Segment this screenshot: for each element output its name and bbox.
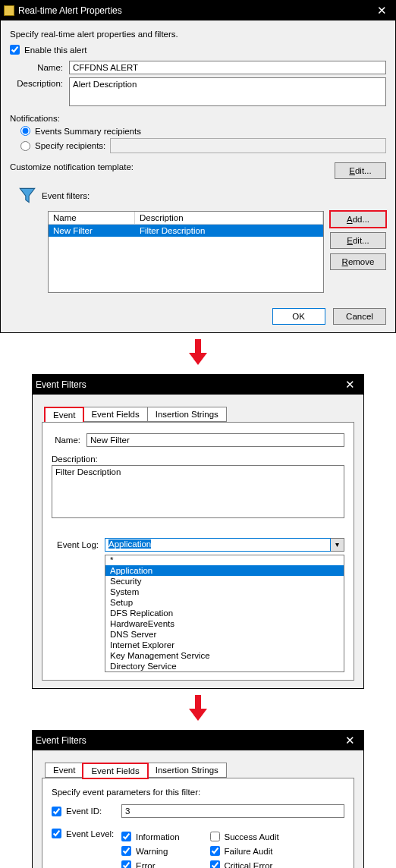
log-opt[interactable]: DFS Replication <box>105 608 344 618</box>
event-filters-dialog-1: Event Filters ✕ Event Event Fields Inser… <box>32 374 364 689</box>
log-opt[interactable]: HardwareEvents <box>105 618 344 629</box>
ok-button[interactable]: OK <box>272 308 325 325</box>
arrow-icon <box>0 338 396 370</box>
event-id-input[interactable] <box>121 804 344 818</box>
level-checkbox[interactable] <box>121 846 131 856</box>
log-opt[interactable]: Application <box>105 565 344 576</box>
cancel-button[interactable]: Cancel <box>333 308 386 325</box>
event-level-label: Event Level: <box>66 829 114 838</box>
radio-summary[interactable] <box>20 126 30 136</box>
level-checkbox[interactable] <box>210 832 220 841</box>
close-icon[interactable]: ✕ <box>339 378 360 392</box>
log-opt[interactable]: Setup <box>105 597 344 608</box>
event-id-checkbox[interactable] <box>52 807 61 816</box>
log-opt[interactable]: Directory Service <box>105 661 344 671</box>
row-desc: Filter Description <box>135 225 323 237</box>
prompt-text: Specify event parameters for this filter… <box>52 788 344 797</box>
level-label: Success Audit <box>225 832 279 841</box>
titlebar: Real-time Alert Properties ✕ <box>1 1 395 20</box>
chevron-down-icon[interactable]: ▾ <box>331 538 344 552</box>
level-label: Critical Error <box>225 861 273 869</box>
event-filters-label: Event filters: <box>42 191 90 200</box>
log-opt[interactable]: Internet Explorer <box>105 640 344 650</box>
log-opt[interactable]: Security <box>105 576 344 587</box>
close-icon[interactable]: ✕ <box>371 4 392 17</box>
titlebar: Event Filters ✕ <box>33 731 363 750</box>
name-label: Name: <box>10 63 69 72</box>
level-checkbox[interactable] <box>210 846 220 856</box>
enable-alert-label: Enable this alert <box>24 46 86 55</box>
tabs: Event Event Fields Insertion Strings <box>45 407 354 422</box>
radio-specify[interactable] <box>20 141 30 151</box>
arrow-icon <box>0 693 396 725</box>
alert-properties-dialog: Real-time Alert Properties ✕ Specify rea… <box>0 0 396 333</box>
level-label: Information <box>136 832 180 841</box>
filters-table[interactable]: Name Description New Filter Filter Descr… <box>48 211 324 293</box>
filter-description-input[interactable]: Filter Description <box>52 465 344 518</box>
edit-template-button[interactable]: Edit... <box>335 162 386 179</box>
remove-filter-button[interactable]: Remove <box>330 253 386 270</box>
recipients-input[interactable] <box>110 138 386 153</box>
dialog-title: Event Filters <box>36 379 339 390</box>
level-checkbox[interactable] <box>121 832 131 841</box>
name-label: Name: <box>52 436 86 445</box>
tab-event[interactable]: Event <box>45 407 83 423</box>
tab-event[interactable]: Event <box>45 763 83 778</box>
radio-summary-label: Events Summary recipients <box>35 127 141 136</box>
col-name[interactable]: Name <box>49 212 135 225</box>
tab-event-fields[interactable]: Event Fields <box>83 763 147 778</box>
customize-label: Customize notification template: <box>10 162 134 171</box>
description-label: Description: <box>52 454 344 464</box>
tab-insertion-strings[interactable]: Insertion Strings <box>147 407 227 422</box>
radio-specify-label: Specify recipients: <box>35 141 105 150</box>
event-id-label: Event ID: <box>66 807 102 816</box>
log-opt[interactable]: Key Management Service <box>105 650 344 661</box>
event-filters-dialog-2: Event Filters ✕ Event Event Fields Inser… <box>32 730 364 868</box>
titlebar: Event Filters ✕ <box>33 375 363 395</box>
name-input[interactable] <box>69 61 386 74</box>
log-opt[interactable]: System <box>105 587 344 597</box>
table-row[interactable]: New Filter Filter Description <box>49 225 323 237</box>
col-description[interactable]: Description <box>135 212 323 225</box>
notifications-label: Notifications: <box>10 114 386 123</box>
add-filter-button[interactable]: Add... <box>330 211 386 228</box>
description-label: Description: <box>10 77 69 88</box>
level-checkbox[interactable] <box>121 860 131 868</box>
row-name: New Filter <box>49 225 135 237</box>
dialog-title: Event Filters <box>36 735 339 746</box>
enable-alert-checkbox[interactable] <box>10 45 20 55</box>
event-log-select[interactable]: Application ▾ <box>105 538 344 552</box>
level-label: Warning <box>136 847 168 856</box>
dialog-title: Real-time Alert Properties <box>18 5 371 16</box>
log-opt[interactable]: * <box>105 555 344 565</box>
event-level-checkbox[interactable] <box>52 829 61 838</box>
close-icon[interactable]: ✕ <box>339 734 360 747</box>
level-checkbox[interactable] <box>210 860 220 868</box>
dialog-icon <box>4 5 14 16</box>
tab-event-fields[interactable]: Event Fields <box>83 407 147 422</box>
filter-name-input[interactable] <box>86 433 344 447</box>
tabs: Event Event Fields Insertion Strings <box>45 763 354 778</box>
level-label: Failure Audit <box>225 847 273 856</box>
event-log-dropdown[interactable]: * Application Security System Setup DFS … <box>105 555 344 672</box>
funnel-icon <box>17 185 37 206</box>
edit-filter-button[interactable]: Edit... <box>330 232 386 249</box>
event-log-label: Event Log: <box>52 540 105 549</box>
description-input[interactable]: Alert Description <box>69 77 386 106</box>
log-opt[interactable]: DNS Server <box>105 629 344 640</box>
level-label: Error <box>136 861 156 869</box>
tab-insertion-strings[interactable]: Insertion Strings <box>147 763 227 778</box>
prompt-text: Specify real-time alert properties and f… <box>10 30 386 39</box>
